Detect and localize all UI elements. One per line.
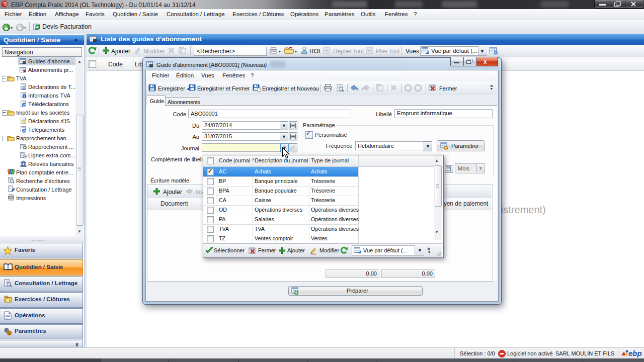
svg-text:ebp: ebp <box>628 349 642 357</box>
svg-text:@: @ <box>23 129 27 133</box>
svg-text:@: @ <box>23 103 27 107</box>
svg-text:i: i <box>24 95 25 99</box>
